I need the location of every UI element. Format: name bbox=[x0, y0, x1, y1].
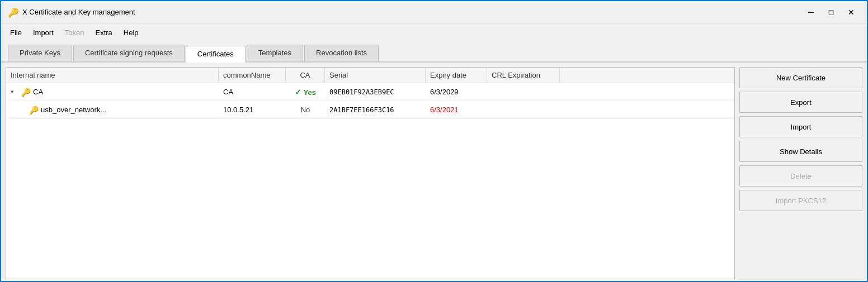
cell-crl bbox=[487, 90, 560, 94]
import-pkcs12-button[interactable]: Import PKCS12 bbox=[739, 190, 862, 211]
cell-common-name: 10.0.5.21 bbox=[219, 103, 286, 116]
tab-certificates[interactable]: Certificates bbox=[186, 46, 246, 63]
new-certificate-button[interactable]: New Certificate bbox=[739, 67, 862, 88]
menu-bar: File Import Token Extra Help bbox=[1, 23, 867, 41]
tab-private-keys[interactable]: Private Keys bbox=[8, 45, 72, 61]
table-header: Internal name commonName CA Serial Expir… bbox=[6, 68, 734, 83]
ca-value: No bbox=[301, 106, 310, 114]
close-button[interactable]: ✕ bbox=[842, 4, 860, 20]
maximize-button[interactable]: □ bbox=[822, 4, 840, 20]
table-row[interactable]: 🔑 usb_over_network... 10.0.5.21 No 2A1BF… bbox=[6, 101, 734, 119]
cell-common-name: CA bbox=[219, 85, 286, 98]
cell-ca: ✓ Yes bbox=[286, 85, 325, 99]
table-row[interactable]: ▾ 🔑 CA CA ✓ Yes 09EB01F92A3EB9EC 6/3/202… bbox=[6, 83, 734, 101]
table-body: ▾ 🔑 CA CA ✓ Yes 09EB01F92A3EB9EC 6/3/202… bbox=[6, 83, 734, 279]
cell-internal-name: 🔑 usb_over_network... bbox=[6, 103, 219, 117]
col-header-serial: Serial bbox=[325, 68, 426, 83]
export-button[interactable]: Export bbox=[739, 92, 862, 113]
row-icon: 🔑 bbox=[21, 87, 31, 97]
col-header-expiry: Expiry date bbox=[426, 68, 487, 83]
cell-serial: 09EB01F92A3EB9EC bbox=[325, 86, 426, 98]
menu-file[interactable]: File bbox=[6, 26, 26, 39]
ca-value: Yes bbox=[304, 88, 316, 97]
tab-templates[interactable]: Templates bbox=[247, 45, 303, 61]
import-button[interactable]: Import bbox=[739, 116, 862, 137]
col-header-ca: CA bbox=[286, 68, 325, 83]
menu-token[interactable]: Token bbox=[60, 26, 89, 39]
cell-ca: No bbox=[286, 103, 325, 116]
cell-internal-name: ▾ 🔑 CA bbox=[6, 85, 219, 99]
internal-name-value: usb_over_network... bbox=[41, 106, 106, 114]
app-title: X Certificate and Key management bbox=[22, 8, 802, 16]
col-header-common-name: commonName bbox=[219, 68, 286, 83]
side-panel: New Certificate Export Import Show Detai… bbox=[739, 67, 862, 279]
cell-crl bbox=[487, 108, 560, 112]
col-header-internal-name: Internal name bbox=[6, 68, 219, 83]
ca-checkmark: ✓ bbox=[295, 88, 301, 97]
main-area: Internal name commonName CA Serial Expir… bbox=[1, 63, 867, 282]
cell-expiry: 6/3/2021 bbox=[426, 103, 487, 116]
menu-help[interactable]: Help bbox=[119, 26, 143, 39]
app-icon: 🔑 bbox=[8, 7, 18, 17]
col-header-crl: CRL Expiration bbox=[487, 68, 560, 83]
minimize-button[interactable]: ─ bbox=[802, 4, 820, 20]
window-controls: ─ □ ✕ bbox=[802, 4, 860, 20]
tab-csr[interactable]: Certificate signing requests bbox=[73, 45, 185, 61]
title-bar: 🔑 X Certificate and Key management ─ □ ✕ bbox=[1, 1, 867, 23]
expand-icon[interactable]: ▾ bbox=[11, 88, 18, 95]
tabs-area: Private Keys Certificate signing request… bbox=[1, 41, 867, 63]
menu-import[interactable]: Import bbox=[29, 26, 58, 39]
table-panel: Internal name commonName CA Serial Expir… bbox=[6, 67, 735, 279]
delete-button[interactable]: Delete bbox=[739, 165, 862, 187]
row-icon: 🔑 bbox=[29, 105, 39, 115]
cell-expiry: 6/3/2029 bbox=[426, 85, 487, 98]
tab-revocation-lists[interactable]: Revocation lists bbox=[304, 45, 379, 61]
internal-name-value: CA bbox=[33, 88, 43, 96]
menu-extra[interactable]: Extra bbox=[91, 26, 117, 39]
show-details-button[interactable]: Show Details bbox=[739, 141, 862, 162]
cell-serial: 2A1BF7EE166F3C16 bbox=[325, 104, 426, 116]
